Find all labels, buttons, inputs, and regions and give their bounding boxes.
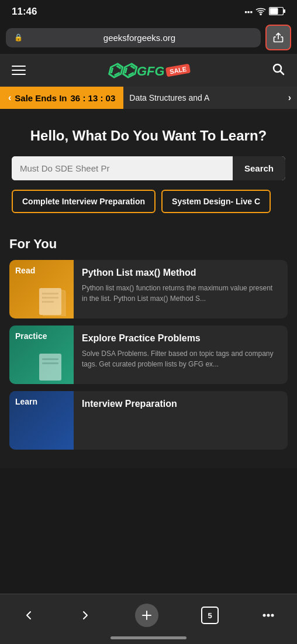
card-body-learn: Interview Preparation (74, 391, 288, 450)
thumb-label-learn: Learn (15, 397, 37, 406)
svg-rect-12 (42, 358, 58, 360)
gfg-logo-svg: GFG (137, 63, 164, 78)
battery-icon (269, 7, 285, 17)
svg-point-16 (268, 615, 270, 616)
card-thumb-read: Read (9, 260, 74, 318)
card-read[interactable]: Read Python List max() Method Python lis… (9, 260, 288, 318)
url-text: geeksforgeeks.org (26, 33, 253, 43)
svg-rect-13 (42, 362, 58, 364)
thumb-label-read: Read (15, 266, 35, 275)
for-you-title: For You (9, 237, 288, 252)
card-thumb-learn: Learn (9, 391, 74, 450)
card-title-read: Python List max() Method (82, 267, 279, 279)
hamburger-line-2 (12, 70, 26, 71)
svg-point-15 (264, 615, 265, 616)
search-input[interactable] (12, 156, 233, 180)
search-nav-button[interactable] (269, 60, 288, 81)
forward-button[interactable] (70, 605, 101, 626)
card-practice[interactable]: Practice Explore Practice Problems Solve… (9, 326, 288, 384)
practice-thumb-icon (36, 352, 71, 382)
more-button[interactable] (253, 605, 284, 626)
status-bar: 11:46 ▪▪▪ (0, 0, 297, 21)
sale-right-section[interactable]: Data Structures and A › (123, 87, 297, 109)
svg-point-0 (260, 13, 261, 15)
card-desc-practice: Solve DSA Problems. Filter based on topi… (82, 348, 279, 369)
svg-rect-10 (43, 290, 65, 316)
thumb-label-practice: Practice (15, 331, 47, 341)
hero-title: Hello, What Do You Want To Learn? (12, 126, 285, 145)
bottom-nav-bar: 5 (0, 594, 297, 634)
hamburger-line-3 (12, 74, 26, 75)
search-bar: Search (12, 156, 285, 180)
add-tab-circle (135, 604, 158, 627)
card-thumb-practice: Practice (9, 326, 74, 384)
card-body-read: Python List max() Method Python list max… (74, 260, 288, 318)
status-time: 11:46 (12, 6, 37, 18)
browser-bar: 🔒 geeksforgeeks.org (0, 21, 297, 54)
logo[interactable]: ⌬⌬ GFG SALE (106, 60, 190, 81)
lock-icon: 🔒 (14, 33, 23, 42)
home-indicator (110, 636, 187, 639)
quick-link-sd[interactable]: System Design- Live C (161, 190, 271, 213)
sale-ends-text: Sale Ends In (15, 93, 67, 103)
sale-timer: 36 : 13 : 03 (71, 93, 116, 103)
back-button[interactable] (13, 605, 44, 626)
card-desc-read: Python list max() function returns the m… (82, 283, 279, 304)
bottom-nav: 5 (0, 594, 297, 644)
svg-text:GFG: GFG (137, 64, 164, 78)
read-thumb-icon (36, 287, 71, 316)
card-body-practice: Explore Practice Problems Solve DSA Prob… (74, 326, 288, 384)
card-title-practice: Explore Practice Problems (82, 333, 279, 345)
signal-icon: ▪▪▪ (244, 8, 253, 16)
chevron-right-icon: › (288, 93, 291, 103)
search-button[interactable]: Search (233, 156, 285, 180)
for-you-section: For You Read Python List max() Method Py… (0, 225, 297, 468)
main-content: Hello, What Do You Want To Learn? Search… (0, 109, 297, 225)
tabs-button[interactable]: 5 (193, 603, 227, 628)
url-bar[interactable]: 🔒 geeksforgeeks.org (6, 28, 261, 47)
hamburger-menu[interactable] (9, 63, 28, 77)
card-title-learn: Interview Preparation (82, 398, 279, 410)
wifi-icon (255, 7, 266, 17)
quick-links: Complete Interview Preparation System De… (12, 190, 285, 213)
svg-rect-3 (270, 8, 278, 14)
svg-point-17 (272, 615, 274, 616)
sale-banner: ‹ Sale Ends In 36 : 13 : 03 Data Structu… (0, 87, 297, 109)
card-learn[interactable]: Learn Interview Preparation (9, 391, 288, 450)
logo-text: ⌬⌬ (106, 60, 134, 81)
share-button[interactable] (265, 25, 291, 50)
svg-rect-2 (284, 9, 285, 13)
add-tab-button[interactable] (127, 600, 167, 631)
sale-badge: SALE (165, 64, 191, 77)
hamburger-line-1 (12, 66, 26, 67)
quick-link-cip[interactable]: Complete Interview Preparation (12, 190, 156, 213)
status-icons: ▪▪▪ (244, 7, 285, 17)
sale-left-section[interactable]: ‹ Sale Ends In 36 : 13 : 03 (0, 87, 123, 109)
sale-course-text: Data Structures and A (129, 93, 209, 102)
svg-rect-11 (39, 354, 61, 381)
tab-counter: 5 (201, 607, 219, 624)
nav-header: ⌬⌬ GFG SALE (0, 54, 297, 87)
chevron-left-icon: ‹ (8, 93, 11, 103)
